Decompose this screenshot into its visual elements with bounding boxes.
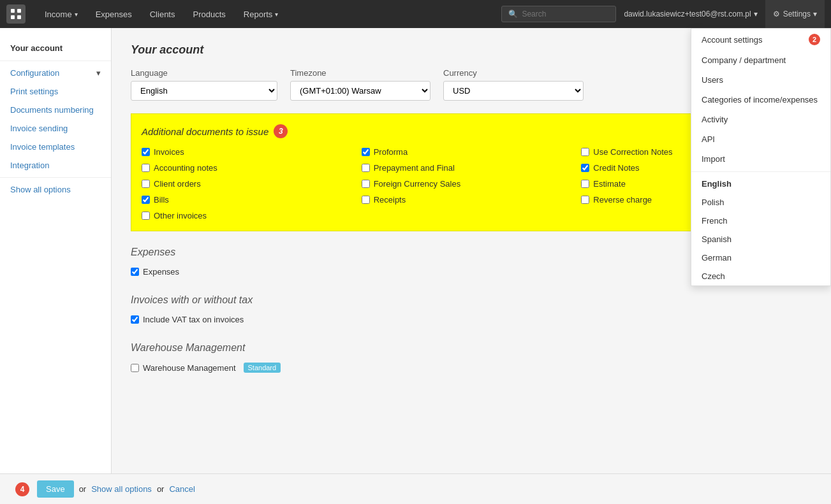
timezone-group: Timezone (GMT+01:00) Warsaw (290, 68, 430, 101)
menu-account-settings[interactable]: Account settings 2 (691, 29, 830, 50)
configuration-arrow-icon: ▾ (96, 68, 101, 78)
bottom-bar: 4 Save or Show all options or Cancel (0, 473, 831, 504)
currency-group: Currency USD EUR GBP PLN (443, 68, 584, 101)
warehouse-title: Warehouse Management (131, 342, 812, 354)
language-label: Language (131, 68, 277, 78)
checkbox-proforma[interactable]: Proforma (362, 147, 582, 157)
sidebar: Your account Configuration ▾ Print setti… (0, 28, 112, 504)
menu-activity[interactable]: Activity (691, 110, 830, 129)
checkbox-invoices[interactable]: Invoices (142, 147, 362, 157)
sidebar-item-documents-numbering[interactable]: Documents numbering (0, 101, 111, 119)
lang-french[interactable]: French (691, 212, 830, 230)
language-group: Language English Polish French Spanish G… (131, 68, 277, 101)
timezone-label: Timezone (290, 68, 430, 78)
settings-arrow-icon: ▾ (813, 10, 817, 18)
svg-rect-2 (11, 15, 15, 19)
tax-section: Invoices with or without tax Include VAT… (131, 294, 812, 324)
income-arrow-icon: ▾ (75, 11, 78, 18)
user-menu[interactable]: dawid.lukasiewicz+test06@rst.com.pl ▾ (616, 0, 765, 28)
standard-badge: Standard (244, 363, 281, 373)
settings-menu[interactable]: ⚙ Settings ▾ (765, 0, 825, 28)
menu-users[interactable]: Users (691, 70, 830, 90)
checkbox-warehouse[interactable]: Warehouse Management Standard (131, 363, 812, 373)
svg-rect-0 (11, 9, 15, 13)
language-select[interactable]: English Polish French Spanish German Cze… (131, 81, 277, 101)
checkbox-receipts[interactable]: Receipts (362, 195, 582, 205)
search-icon: 🔍 (508, 10, 518, 18)
lang-polish[interactable]: Polish (691, 193, 830, 212)
user-arrow-icon: ▾ (754, 10, 758, 18)
sidebar-item-print-settings[interactable]: Print settings (0, 82, 111, 101)
settings-dropdown: Account settings 2 Company / department … (691, 28, 831, 286)
checkbox-other-invoices[interactable]: Other invoices (142, 211, 362, 220)
checkbox-foreign-currency[interactable]: Foreign Currency Sales (362, 179, 582, 189)
lang-english[interactable]: English (691, 175, 830, 193)
cancel-link[interactable]: Cancel (169, 484, 195, 494)
additional-docs-badge: 3 (274, 124, 288, 138)
save-button[interactable]: Save (37, 480, 74, 498)
sidebar-item-configuration[interactable]: Configuration ▾ (0, 64, 111, 82)
nav-expenses[interactable]: Expenses (87, 0, 141, 28)
currency-label: Currency (443, 68, 584, 78)
nav-reports[interactable]: Reports ▾ (235, 0, 288, 28)
top-navigation: Income ▾ Expenses Clients Products Repor… (0, 0, 831, 28)
tax-title: Invoices with or without tax (131, 294, 812, 306)
currency-select[interactable]: USD EUR GBP PLN (443, 81, 584, 101)
lang-german[interactable]: German (691, 248, 830, 267)
sidebar-title: Your account (0, 38, 111, 58)
menu-api[interactable]: API (691, 129, 830, 149)
lang-spanish[interactable]: Spanish (691, 230, 830, 248)
logo-icon[interactable] (6, 4, 26, 24)
menu-company-department[interactable]: Company / department (691, 50, 830, 70)
sidebar-item-invoice-sending[interactable]: Invoice sending (0, 119, 111, 138)
or-text-1: or (79, 484, 87, 494)
bottom-badge: 4 (15, 482, 29, 496)
show-all-options-link[interactable]: Show all options (91, 484, 152, 494)
checkbox-bills[interactable]: Bills (142, 195, 362, 205)
sidebar-item-invoice-templates[interactable]: Invoice templates (0, 138, 111, 156)
account-settings-badge: 2 (809, 34, 820, 45)
menu-import[interactable]: Import (691, 149, 830, 169)
checkbox-accounting-notes[interactable]: Accounting notes (142, 163, 362, 173)
svg-rect-3 (17, 15, 21, 19)
lang-czech[interactable]: Czech (691, 267, 830, 285)
sidebar-item-integration[interactable]: Integration (0, 156, 111, 175)
timezone-select[interactable]: (GMT+01:00) Warsaw (290, 81, 430, 101)
search-input[interactable] (522, 10, 609, 18)
checkbox-client-orders[interactable]: Client orders (142, 179, 362, 189)
search-box[interactable]: 🔍 (501, 6, 616, 22)
svg-rect-1 (17, 9, 21, 13)
reports-arrow-icon: ▾ (275, 11, 278, 18)
gear-icon: ⚙ (773, 10, 780, 18)
warehouse-section: Warehouse Management Warehouse Managemen… (131, 342, 812, 373)
menu-categories[interactable]: Categories of income/expenses (691, 90, 830, 110)
checkbox-prepayment[interactable]: Prepayment and Final (362, 163, 582, 173)
nav-income[interactable]: Income ▾ (36, 0, 87, 28)
or-text-2: or (157, 484, 165, 494)
checkbox-vat[interactable]: Include VAT tax on invoices (131, 315, 812, 324)
nav-products[interactable]: Products (184, 0, 234, 28)
nav-clients[interactable]: Clients (141, 0, 184, 28)
sidebar-item-show-all-options[interactable]: Show all options (0, 180, 111, 199)
